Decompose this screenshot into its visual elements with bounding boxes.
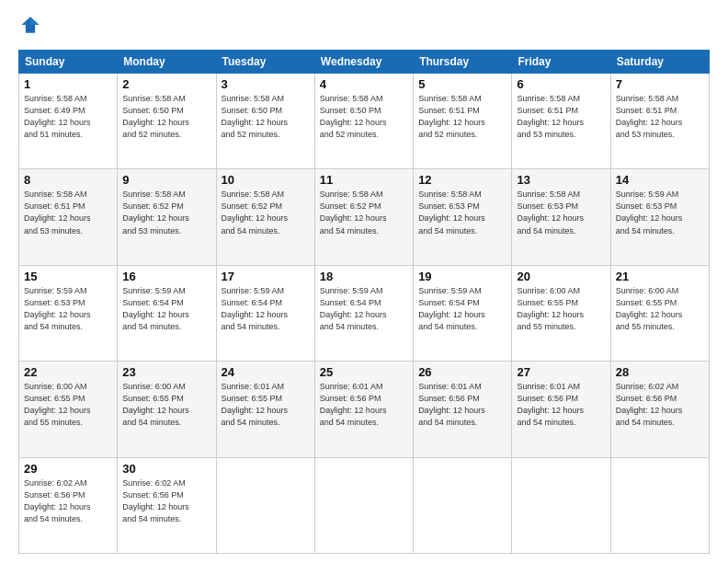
cell-w4-d5: 26Sunrise: 6:01 AM Sunset: 6:56 PM Dayli… <box>414 362 512 457</box>
day-number: 27 <box>517 365 605 379</box>
cell-w5-d7 <box>610 457 709 553</box>
week-row-4: 22Sunrise: 6:00 AM Sunset: 6:55 PM Dayli… <box>19 362 710 457</box>
cell-w3-d1: 15Sunrise: 5:59 AM Sunset: 6:53 PM Dayli… <box>19 265 118 361</box>
cell-w5-d5 <box>414 457 512 553</box>
day-info: Sunrise: 5:59 AM Sunset: 6:54 PM Dayligh… <box>418 285 506 333</box>
cell-w1-d1: 1Sunrise: 5:58 AM Sunset: 6:49 PM Daylig… <box>19 74 118 169</box>
col-monday: Monday <box>118 51 216 74</box>
cell-w4-d3: 24Sunrise: 6:01 AM Sunset: 6:55 PM Dayli… <box>216 362 314 457</box>
day-info: Sunrise: 5:58 AM Sunset: 6:51 PM Dayligh… <box>24 189 112 236</box>
day-number: 23 <box>122 365 210 379</box>
day-info: Sunrise: 6:00 AM Sunset: 6:55 PM Dayligh… <box>517 285 605 333</box>
cell-w1-d3: 3Sunrise: 5:58 AM Sunset: 6:50 PM Daylig… <box>216 74 314 169</box>
day-number: 24 <box>222 365 310 379</box>
day-info: Sunrise: 5:59 AM Sunset: 6:53 PM Dayligh… <box>24 285 112 333</box>
day-info: Sunrise: 5:58 AM Sunset: 6:52 PM Dayligh… <box>222 189 310 236</box>
day-info: Sunrise: 6:02 AM Sunset: 6:56 PM Dayligh… <box>616 381 704 429</box>
day-info: Sunrise: 6:00 AM Sunset: 6:55 PM Dayligh… <box>616 285 704 333</box>
day-number: 8 <box>24 173 112 187</box>
col-sunday: Sunday <box>19 51 118 74</box>
day-info: Sunrise: 5:59 AM Sunset: 6:54 PM Dayligh… <box>320 285 408 333</box>
day-info: Sunrise: 5:58 AM Sunset: 6:50 PM Dayligh… <box>222 93 310 141</box>
col-wednesday: Wednesday <box>314 51 413 74</box>
day-number: 4 <box>320 77 408 91</box>
day-info: Sunrise: 6:02 AM Sunset: 6:56 PM Dayligh… <box>122 477 210 525</box>
cell-w3-d6: 20Sunrise: 6:00 AM Sunset: 6:55 PM Dayli… <box>512 265 610 361</box>
day-info: Sunrise: 6:00 AM Sunset: 6:55 PM Dayligh… <box>122 381 210 429</box>
day-info: Sunrise: 5:59 AM Sunset: 6:54 PM Dayligh… <box>122 285 210 333</box>
cell-w4-d1: 22Sunrise: 6:00 AM Sunset: 6:55 PM Dayli… <box>19 362 118 457</box>
week-row-3: 15Sunrise: 5:59 AM Sunset: 6:53 PM Dayli… <box>19 265 710 361</box>
cell-w5-d4 <box>314 457 413 553</box>
day-info: Sunrise: 6:00 AM Sunset: 6:55 PM Dayligh… <box>24 381 112 429</box>
day-number: 26 <box>418 365 506 379</box>
cell-w3-d3: 17Sunrise: 5:59 AM Sunset: 6:54 PM Dayli… <box>216 265 314 361</box>
cell-w3-d7: 21Sunrise: 6:00 AM Sunset: 6:55 PM Dayli… <box>610 265 709 361</box>
cell-w5-d3 <box>216 457 314 553</box>
day-number: 13 <box>517 173 605 187</box>
cell-w1-d6: 6Sunrise: 5:58 AM Sunset: 6:51 PM Daylig… <box>512 74 610 169</box>
svg-marker-1 <box>30 17 40 25</box>
cell-w5-d6 <box>512 457 610 553</box>
cell-w5-d2: 30Sunrise: 6:02 AM Sunset: 6:56 PM Dayli… <box>118 457 216 553</box>
cell-w2-d3: 10Sunrise: 5:58 AM Sunset: 6:52 PM Dayli… <box>216 169 314 265</box>
day-info: Sunrise: 5:58 AM Sunset: 6:50 PM Dayligh… <box>320 93 408 141</box>
day-number: 5 <box>418 77 506 91</box>
day-number: 21 <box>616 270 704 283</box>
day-number: 9 <box>122 173 210 187</box>
day-number: 6 <box>517 77 605 91</box>
cell-w4-d7: 28Sunrise: 6:02 AM Sunset: 6:56 PM Dayli… <box>610 362 709 457</box>
cell-w2-d1: 8Sunrise: 5:58 AM Sunset: 6:51 PM Daylig… <box>19 169 118 265</box>
col-thursday: Thursday <box>414 51 512 74</box>
day-number: 10 <box>222 173 310 187</box>
calendar-table: Sunday Monday Tuesday Wednesday Thursday… <box>18 50 710 554</box>
day-number: 20 <box>517 270 605 283</box>
cell-w4-d2: 23Sunrise: 6:00 AM Sunset: 6:55 PM Dayli… <box>118 362 216 457</box>
cell-w1-d7: 7Sunrise: 5:58 AM Sunset: 6:51 PM Daylig… <box>610 74 709 169</box>
cell-w3-d2: 16Sunrise: 5:59 AM Sunset: 6:54 PM Dayli… <box>118 265 216 361</box>
day-number: 30 <box>122 462 210 476</box>
day-number: 1 <box>24 77 112 91</box>
day-info: Sunrise: 5:59 AM Sunset: 6:53 PM Dayligh… <box>616 189 704 236</box>
day-number: 2 <box>122 77 210 91</box>
cell-w2-d5: 12Sunrise: 5:58 AM Sunset: 6:53 PM Dayli… <box>414 169 512 265</box>
logo <box>18 17 44 40</box>
week-row-1: 1Sunrise: 5:58 AM Sunset: 6:49 PM Daylig… <box>19 74 710 169</box>
header <box>18 17 710 40</box>
cell-w3-d5: 19Sunrise: 5:59 AM Sunset: 6:54 PM Dayli… <box>414 265 512 361</box>
cell-w5-d1: 29Sunrise: 6:02 AM Sunset: 6:56 PM Dayli… <box>19 457 118 553</box>
week-row-5: 29Sunrise: 6:02 AM Sunset: 6:56 PM Dayli… <box>19 457 710 553</box>
day-number: 25 <box>320 365 408 379</box>
cell-w2-d7: 14Sunrise: 5:59 AM Sunset: 6:53 PM Dayli… <box>610 169 709 265</box>
day-number: 11 <box>320 173 408 187</box>
day-number: 28 <box>616 365 704 379</box>
day-info: Sunrise: 5:58 AM Sunset: 6:51 PM Dayligh… <box>616 93 704 141</box>
header-row: Sunday Monday Tuesday Wednesday Thursday… <box>19 51 710 74</box>
day-info: Sunrise: 5:58 AM Sunset: 6:51 PM Dayligh… <box>418 93 506 141</box>
cell-w4-d6: 27Sunrise: 6:01 AM Sunset: 6:56 PM Dayli… <box>512 362 610 457</box>
day-info: Sunrise: 5:58 AM Sunset: 6:49 PM Dayligh… <box>24 93 112 141</box>
col-saturday: Saturday <box>610 51 709 74</box>
day-info: Sunrise: 5:59 AM Sunset: 6:54 PM Dayligh… <box>222 285 310 333</box>
day-number: 12 <box>418 173 506 187</box>
day-number: 15 <box>24 270 112 283</box>
day-info: Sunrise: 5:58 AM Sunset: 6:50 PM Dayligh… <box>122 93 210 141</box>
day-info: Sunrise: 5:58 AM Sunset: 6:52 PM Dayligh… <box>320 189 408 236</box>
day-number: 7 <box>616 77 704 91</box>
week-row-2: 8Sunrise: 5:58 AM Sunset: 6:51 PM Daylig… <box>19 169 710 265</box>
day-number: 18 <box>320 270 408 283</box>
day-info: Sunrise: 5:58 AM Sunset: 6:51 PM Dayligh… <box>517 93 605 141</box>
day-info: Sunrise: 5:58 AM Sunset: 6:52 PM Dayligh… <box>122 189 210 236</box>
cell-w2-d4: 11Sunrise: 5:58 AM Sunset: 6:52 PM Dayli… <box>314 169 413 265</box>
day-number: 19 <box>418 270 506 283</box>
day-number: 29 <box>24 462 112 476</box>
cell-w1-d4: 4Sunrise: 5:58 AM Sunset: 6:50 PM Daylig… <box>314 74 413 169</box>
day-number: 3 <box>222 77 310 91</box>
day-info: Sunrise: 6:01 AM Sunset: 6:56 PM Dayligh… <box>517 381 605 429</box>
day-info: Sunrise: 5:58 AM Sunset: 6:53 PM Dayligh… <box>418 189 506 236</box>
day-number: 22 <box>24 365 112 379</box>
cell-w3-d4: 18Sunrise: 5:59 AM Sunset: 6:54 PM Dayli… <box>314 265 413 361</box>
calendar-page: Sunday Monday Tuesday Wednesday Thursday… <box>0 0 728 563</box>
day-info: Sunrise: 6:01 AM Sunset: 6:56 PM Dayligh… <box>418 381 506 429</box>
day-number: 14 <box>616 173 704 187</box>
